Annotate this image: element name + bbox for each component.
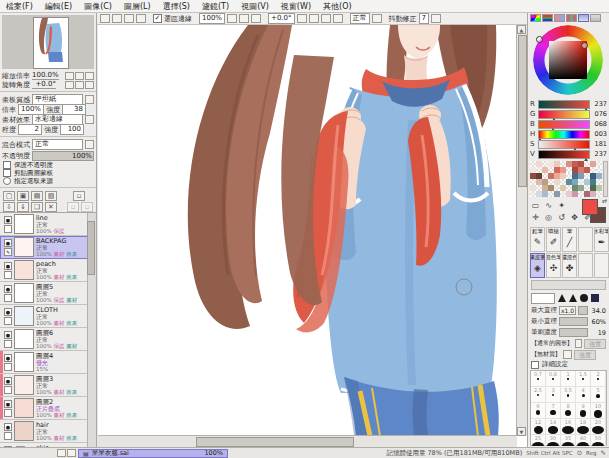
size-preset[interactable]: 4 <box>576 387 591 403</box>
rotate-reset-button[interactable] <box>321 14 331 23</box>
size-preset[interactable]: 14 <box>546 419 561 435</box>
brush-shape-dropdown[interactable] <box>575 339 582 348</box>
advanced-settings-checkbox[interactable] <box>531 361 539 369</box>
blend-mode-select[interactable]: 正常 <box>32 139 83 150</box>
transfer-down-button[interactable]: ⇩ <box>3 202 15 212</box>
layer-visibility-toggle[interactable]: ● <box>4 377 12 385</box>
checkbox-icon[interactable] <box>3 169 11 177</box>
size-preset[interactable]: 25 <box>531 435 546 446</box>
layer-item[interactable]: ●CLOTH正常100% 畫材 效果 <box>0 305 88 328</box>
zoom-reset-button[interactable] <box>251 14 261 23</box>
navigator-angle-value[interactable]: +0.0° <box>32 80 56 89</box>
slider-track-g[interactable] <box>538 110 590 119</box>
clear-layer-button[interactable]: ▧ <box>45 191 57 201</box>
layer-visibility-toggle[interactable]: ● <box>4 216 12 224</box>
empty-brush-tray[interactable] <box>531 280 606 290</box>
hand-tool-icon[interactable]: ✥ <box>569 212 580 223</box>
nav-zoom-in-button[interactable] <box>75 72 84 80</box>
nav-zoom-out-button[interactable] <box>65 72 74 80</box>
mixer-tab[interactable] <box>554 14 565 22</box>
copy-layer-button[interactable]: ❏ <box>31 202 43 212</box>
canvas-texture-dropdown[interactable] <box>85 95 94 104</box>
magic-wand-tool-icon[interactable]: ✦ <box>556 200 567 211</box>
slider-track-h[interactable] <box>538 130 590 139</box>
slider-track-b[interactable] <box>538 120 590 129</box>
canvas-angle-value[interactable]: +0.0° <box>268 13 295 24</box>
layer-edit-indicator[interactable] <box>4 294 12 302</box>
tip-shape-soft-icon[interactable] <box>558 294 566 302</box>
layer-item[interactable]: ●圖層5正常100% 保護 畫材 <box>0 282 88 305</box>
lasso-tool-icon[interactable]: ∿ <box>543 200 554 211</box>
brush-slot-1-4[interactable]: 水彩筆✒ <box>594 227 609 252</box>
rotate-tool-icon[interactable]: ↺ <box>556 212 567 223</box>
zoom-tool-icon[interactable]: ◎ <box>543 212 554 223</box>
size-preset[interactable]: 9 <box>576 403 591 419</box>
nav-zoom-reset-button[interactable] <box>85 72 94 80</box>
empty-brush-slot[interactable] <box>578 227 593 252</box>
canvas-page[interactable] <box>98 25 517 436</box>
flip-horizontal-button[interactable] <box>333 14 343 23</box>
layer-item[interactable]: ●圖層2正片疊底100% 畫材 效果 <box>0 397 88 420</box>
doc-tab-prev-button[interactable] <box>57 449 66 457</box>
menu-item-0[interactable]: 檔案(F) <box>0 1 39 12</box>
layer-visibility-toggle[interactable]: ● <box>4 423 12 431</box>
slider-marker-v[interactable] <box>584 158 588 161</box>
pen-settings-icon[interactable]: ✎ <box>601 449 606 457</box>
size-preset[interactable]: 0.8 <box>546 371 561 387</box>
layer-item[interactable]: ●line正常100% 保護 <box>0 213 88 236</box>
layer-opacity-slider[interactable]: 100% <box>32 151 94 161</box>
menu-item-5[interactable]: 濾鏡(T) <box>196 1 235 12</box>
size-preset[interactable]: 7 <box>546 403 561 419</box>
checkbox-icon[interactable] <box>3 161 11 169</box>
tip-shape-medium-icon[interactable] <box>569 294 577 302</box>
options-tab[interactable] <box>590 14 601 22</box>
slider-track-v[interactable] <box>538 150 590 159</box>
size-preset[interactable]: 20 <box>591 419 606 435</box>
layer-visibility-toggle[interactable]: ● <box>4 354 12 362</box>
menu-item-1[interactable]: 編輯(E) <box>39 1 78 12</box>
size-preset[interactable]: 3.5 <box>561 387 576 403</box>
brush-slot-1-2[interactable]: 筆╱ <box>562 227 577 252</box>
layer-visibility-toggle[interactable]: ● <box>4 331 12 339</box>
sampling-mode-value[interactable]: 正常 <box>350 13 370 24</box>
nav-rotate-cw-button[interactable] <box>75 81 84 89</box>
selection-tool-button-4[interactable] <box>136 14 146 23</box>
nav-rotate-reset-button[interactable] <box>85 81 94 89</box>
density-slider[interactable] <box>559 328 588 337</box>
layer-edit-indicator[interactable] <box>4 363 12 371</box>
canvas-horizontal-scrollbar[interactable] <box>98 435 517 447</box>
menu-item-4[interactable]: 選擇(S) <box>157 1 196 12</box>
selection-tool-button-2[interactable] <box>112 14 122 23</box>
lock-button-1[interactable]: ▫ <box>67 202 79 212</box>
rotate-cw-button[interactable] <box>309 14 319 23</box>
layer-visibility-toggle[interactable]: ● <box>4 262 12 270</box>
layer-visibility-toggle[interactable]: ● <box>4 308 12 316</box>
material-effect-dropdown[interactable] <box>85 115 94 124</box>
size-preset[interactable]: 6 <box>531 403 546 419</box>
canvas-hscroll-thumb[interactable] <box>196 437 354 447</box>
rgb-slider-tab[interactable] <box>542 14 553 22</box>
document-tab[interactable]: ▤ 呆呆衣服.sai 100% <box>78 449 228 458</box>
tip-shape-round-icon[interactable] <box>580 294 588 302</box>
layer-item[interactable]: ●hair正常100% 畫材 效果 <box>0 420 88 443</box>
brush-tip-select[interactable] <box>531 293 555 304</box>
layer-item[interactable]: ●圖層4發光15% <box>0 351 88 374</box>
menu-item-6[interactable]: 視圖(V) <box>235 1 275 12</box>
slider-track-r[interactable] <box>538 100 590 109</box>
layer-visibility-toggle[interactable]: ● <box>4 285 12 293</box>
selection-tool-button-1[interactable] <box>100 14 110 23</box>
blend-mode-dropdown[interactable] <box>85 140 94 149</box>
new-layer-button[interactable]: ▢ <box>3 191 15 201</box>
scratchpad-tab[interactable] <box>578 14 589 22</box>
size-preset[interactable]: 50 <box>591 435 606 446</box>
zoom-in-button[interactable] <box>239 14 249 23</box>
new-layerset-button[interactable]: ▣ <box>17 191 29 201</box>
layer-visibility-toggle[interactable]: ● <box>4 400 12 408</box>
layer-edit-indicator[interactable] <box>4 386 12 394</box>
size-preset[interactable]: 1 <box>561 371 576 387</box>
swatch-scrollbar[interactable] <box>603 161 608 197</box>
slider-track-s[interactable] <box>538 140 590 149</box>
layer-item[interactable]: ●peach正常100% 畫材 效果 <box>0 259 88 282</box>
layer-edit-indicator[interactable] <box>4 409 12 417</box>
navigator-zoom-value[interactable]: 100.0% <box>32 71 59 80</box>
